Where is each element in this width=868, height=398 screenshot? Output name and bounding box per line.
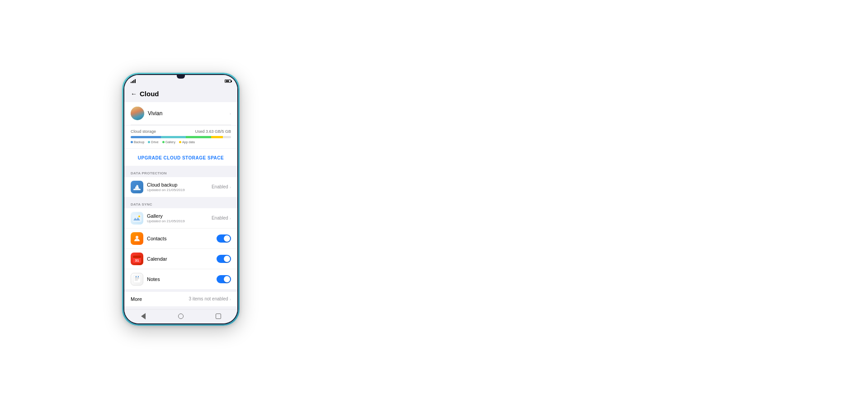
storage-used: Used 3.63 GB/5 GB (195, 129, 231, 134)
cloud-backup-item[interactable]: Cloud backup Updated on 21/05/2019 Enabl… (124, 177, 237, 197)
data-protection-list: Cloud backup Updated on 21/05/2019 Enabl… (124, 177, 237, 197)
contacts-sync-item[interactable]: Contacts (124, 229, 237, 249)
top-nav: ← Cloud (124, 86, 237, 102)
drive-dot (148, 141, 150, 143)
svg-text:31: 31 (135, 258, 139, 262)
appdata-label: App data (182, 140, 195, 144)
more-label: More (131, 296, 142, 302)
backup-dot (131, 141, 133, 143)
legend-gallery: Gallery (162, 140, 175, 144)
upgrade-button[interactable]: UPGRADE CLOUD STORAGE SPACE (138, 155, 224, 160)
contacts-icon (131, 232, 143, 245)
avatar (131, 107, 144, 120)
user-name: Vivian (148, 110, 230, 117)
legend-drive: Drive (148, 140, 158, 144)
calendar-icon: 31 (131, 253, 143, 265)
more-chevron: › (230, 296, 231, 301)
svg-rect-9 (135, 280, 138, 281)
phone-screen: ← Cloud Vivian › (124, 75, 237, 323)
drive-bar-segment (161, 136, 186, 138)
svg-point-2 (136, 236, 138, 239)
notes-sync-item[interactable]: Notes (124, 269, 237, 289)
gallery-dot (162, 141, 165, 143)
calendar-sync-item[interactable]: 31 Calendar (124, 249, 237, 269)
data-sync-list: Gallery Updated on 21/05/2019 Enabled › (124, 208, 237, 289)
storage-bar (131, 136, 231, 138)
gallery-sync-status: Enabled (212, 215, 228, 220)
svg-rect-4 (133, 256, 141, 258)
legend-backup: Backup (131, 140, 144, 144)
phone-notch (177, 75, 185, 79)
notes-icon (131, 273, 143, 286)
svg-rect-6 (133, 276, 141, 283)
backup-bar-segment (131, 136, 161, 138)
calendar-toggle[interactable] (217, 255, 231, 263)
backup-label: Backup (134, 140, 144, 144)
scroll-content[interactable]: Vivian › Cloud storage Used 3.63 GB/5 GB (124, 102, 237, 309)
gallery-sync-title: Gallery (147, 213, 212, 219)
battery-icon (225, 80, 231, 83)
svg-rect-8 (135, 278, 139, 279)
notes-sync-title: Notes (147, 276, 217, 282)
back-nav-icon (141, 313, 146, 319)
home-nav-icon (178, 314, 184, 319)
phone-device: ← Cloud Vivian › (122, 73, 240, 326)
svg-rect-0 (132, 215, 142, 222)
more-row[interactable]: More 3 items not enabled › (124, 292, 237, 306)
notes-toggle[interactable] (217, 275, 231, 283)
appdata-dot (179, 141, 181, 143)
cloud-backup-chevron: › (230, 184, 231, 189)
data-sync-header: DATA SYNC (124, 200, 237, 208)
contacts-toggle[interactable] (217, 234, 231, 243)
svg-rect-10 (136, 276, 137, 277)
gallery-sync-subtitle: Updated on 21/05/2019 (147, 219, 212, 223)
gallery-sync-item[interactable]: Gallery Updated on 21/05/2019 Enabled › (124, 208, 237, 229)
gallery-bar-segment (186, 136, 211, 138)
gallery-chevron: › (230, 215, 231, 220)
user-section: Vivian › (124, 102, 237, 125)
calendar-sync-title: Calendar (147, 256, 217, 262)
page-title: Cloud (140, 90, 159, 98)
back-nav-button[interactable] (139, 312, 148, 321)
back-button[interactable]: ← (131, 90, 137, 98)
home-nav-button[interactable] (176, 312, 185, 321)
gallery-icon (131, 212, 143, 225)
signal-icon (131, 80, 136, 83)
battery-indicator (225, 80, 231, 83)
cloud-backup-status: Enabled (212, 184, 228, 189)
storage-section: Cloud storage Used 3.63 GB/5 GB Backup (124, 126, 237, 148)
storage-legend: Backup Drive Gallery App data (131, 140, 231, 144)
cloud-backup-subtitle: Updated on 21/05/2019 (147, 188, 212, 192)
phone-inner: ← Cloud Vivian › (123, 74, 238, 324)
upgrade-section: UPGRADE CLOUD STORAGE SPACE (124, 149, 237, 166)
cloud-backup-title: Cloud backup (147, 182, 212, 187)
gallery-label: Gallery (165, 140, 175, 144)
chevron-right-icon: › (230, 111, 231, 116)
drive-label: Drive (151, 140, 158, 144)
recent-nav-icon (216, 314, 221, 319)
svg-rect-11 (138, 276, 139, 277)
svg-point-1 (138, 215, 140, 217)
recent-nav-button[interactable] (214, 312, 223, 321)
cloud-backup-icon (131, 181, 143, 193)
storage-header: Cloud storage Used 3.63 GB/5 GB (131, 129, 231, 134)
legend-appdata: App data (179, 140, 195, 144)
contacts-sync-title: Contacts (147, 236, 217, 241)
user-row[interactable]: Vivian › (131, 102, 231, 125)
appdata-bar-segment (211, 136, 223, 138)
data-protection-header: DATA PROTECTION (124, 169, 237, 177)
storage-label: Cloud storage (131, 129, 156, 134)
more-count: 3 items not enabled (189, 296, 228, 301)
bottom-nav (124, 309, 237, 323)
